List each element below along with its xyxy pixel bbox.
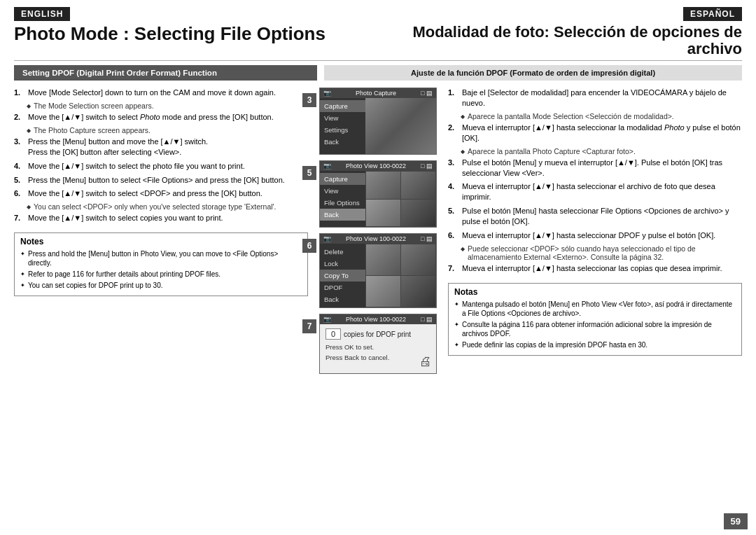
screen-3-menu-capture[interactable]: Capture bbox=[320, 100, 365, 112]
screen-7-input-row: 0 copies for DPOF print bbox=[326, 328, 430, 340]
step-text-1: Move [Mode Selector] down to turn on the… bbox=[28, 88, 308, 98]
step-es-num-2: 2. bbox=[448, 123, 459, 144]
screen-6-menu-copyto[interactable]: Copy To bbox=[320, 270, 365, 282]
step-text-6: Move the [▲/▼] switch to select <DPOF> a… bbox=[28, 188, 308, 199]
step-num-5: 5. bbox=[14, 175, 25, 186]
photo-thumb-8 bbox=[401, 276, 435, 307]
screen-5-menu-fileoptions[interactable]: File Options bbox=[320, 197, 365, 209]
step-text-7: Move the [▲/▼] switch to select copies y… bbox=[28, 213, 308, 223]
step-text-5: Press the [Menu] button to select <File … bbox=[28, 175, 308, 186]
note-es-2: Consulte la página 116 para obtener info… bbox=[454, 320, 736, 338]
step-es-bullet-1: Aparece la pantalla Mode Selection <Sele… bbox=[461, 112, 742, 120]
step-es-bullet-6: Puede seleccionar <DPOF> sólo cuando hay… bbox=[461, 244, 742, 261]
screen-3-menu-view[interactable]: View bbox=[320, 112, 365, 124]
notes-list-es: Mantenga pulsado el botón [Menu] en Phot… bbox=[454, 300, 736, 349]
notes-box-es: Notas Mantenga pulsado el botón [Menu] e… bbox=[448, 283, 742, 356]
step-bullet-6: You can select <DPOF> only when you've s… bbox=[27, 202, 308, 211]
step-es-num-3: 3. bbox=[448, 158, 459, 179]
screen-6-menu-back[interactable]: Back bbox=[320, 293, 365, 305]
screen-6-menu-dpof[interactable]: DPOF bbox=[320, 282, 365, 293]
screen-3-menu: Capture View Settings Back bbox=[320, 98, 365, 154]
screen-7-badge: 7 bbox=[302, 319, 316, 333]
screen-7-value: 0 bbox=[326, 328, 341, 340]
page-number: 59 bbox=[724, 513, 748, 529]
screen-6-grid bbox=[365, 244, 436, 307]
header-row: ENGLISH Photo Mode : Selecting File Opti… bbox=[0, 0, 756, 60]
step-es-text-5: Pulse el botón [Menu] hasta seleccionar … bbox=[462, 206, 742, 227]
screen-7: 📷 Photo View 100-0022 □ ▤ 0 copies for D… bbox=[319, 314, 437, 374]
step-es-2: 2. Mueva el interruptor [▲/▼] hasta sele… bbox=[448, 123, 742, 144]
screen-3: 📷 Photo Capture □ ▤ Capture View Setting… bbox=[319, 88, 437, 155]
screen-7-cam-icon: 📷 bbox=[323, 316, 331, 323]
step-en-3: 3. Press the [Menu] button and move the … bbox=[14, 137, 308, 158]
step-text-3: Press the [Menu] button and move the [▲/… bbox=[28, 137, 308, 158]
screen-6-menu: Delete Lock Copy To DPOF Back bbox=[320, 244, 365, 307]
screen-6-cam-icon: 📷 bbox=[323, 235, 331, 242]
step-es-text-3: Pulse el botón [Menu] y mueva el interru… bbox=[462, 158, 742, 179]
screen-3-menu-settings[interactable]: Settings bbox=[320, 124, 365, 136]
notes-title-en: Notes bbox=[20, 237, 302, 246]
screen-5-grid bbox=[365, 171, 436, 227]
screen-7-ok: Press OK to set. bbox=[326, 342, 430, 352]
step-es-text-4: Mueva el interruptor [▲/▼] hasta selecci… bbox=[462, 181, 742, 202]
notes-title-es-text: Notas bbox=[454, 287, 477, 297]
step-es-num-5: 5. bbox=[448, 206, 459, 227]
screen-5-menu-view[interactable]: View bbox=[320, 185, 365, 197]
step-num-2: 2. bbox=[14, 112, 25, 123]
subheader-en: Setting DPOF (Digital Print Order Format… bbox=[14, 65, 317, 81]
step-es-5: 5. Pulse el botón [Menu] hasta seleccion… bbox=[448, 206, 742, 227]
screen-3-header: 📷 Photo Capture □ ▤ bbox=[320, 88, 436, 98]
step-es-4: 4. Mueva el interruptor [▲/▼] hasta sele… bbox=[448, 181, 742, 202]
note-en-3: You can set copies for DPOF print up to … bbox=[20, 281, 302, 290]
screen-3-body: Capture View Settings Back bbox=[320, 98, 436, 154]
step-en-4: 4. Move the [▲/▼] switch to select the p… bbox=[14, 161, 308, 172]
page-container: ENGLISH Photo Mode : Selecting File Opti… bbox=[0, 0, 756, 535]
screen-5-wrapper: 5 📷 Photo View 100-0022 □ ▤ Capture View… bbox=[319, 160, 437, 229]
screen-6-menu-lock[interactable]: Lock bbox=[320, 258, 365, 270]
screen-3-menu-back[interactable]: Back bbox=[320, 136, 365, 148]
photo-thumb-6 bbox=[401, 244, 435, 275]
screen-6-wrapper: 6 📷 Photo View 100-0022 □ ▤ Delete Lock … bbox=[319, 233, 437, 310]
step-en-2: 2. Move the [▲/▼] switch to select Photo… bbox=[14, 112, 308, 123]
printer-icon: 🖨 bbox=[419, 354, 432, 369]
step-num-6: 6. bbox=[14, 188, 25, 199]
steps-list-es: 1. Baje el [Selector de modalidad] para … bbox=[448, 88, 742, 277]
lang-badge-es: ESPAÑOL bbox=[683, 7, 742, 21]
screen-5: 📷 Photo View 100-0022 □ ▤ Capture View F… bbox=[319, 160, 437, 228]
step-en-5: 5. Press the [Menu] button to select <Fi… bbox=[14, 175, 308, 186]
screen-6-body: Delete Lock Copy To DPOF Back bbox=[320, 244, 436, 307]
photo-thumb-3 bbox=[366, 200, 400, 227]
header-left: ENGLISH Photo Mode : Selecting File Opti… bbox=[14, 7, 378, 44]
step-es-1: 1. Baje el [Selector de modalidad] para … bbox=[448, 88, 742, 109]
screen-5-body: Capture View File Options Back bbox=[320, 171, 436, 227]
step-num-1: 1. bbox=[14, 88, 25, 98]
screen-7-header: 📷 Photo View 100-0022 □ ▤ bbox=[320, 314, 436, 324]
screen-5-badge: 5 bbox=[302, 166, 316, 180]
main-content: 1. Move [Mode Selector] down to turn on … bbox=[0, 83, 756, 524]
screen-3-icons: □ ▤ bbox=[421, 90, 433, 97]
notes-list-en: Press and hold the [Menu] button in Phot… bbox=[20, 249, 302, 290]
step-es-text-6: Mueva el interruptor [▲/▼] hasta selecci… bbox=[462, 230, 742, 241]
step-num-7: 7. bbox=[14, 213, 25, 223]
photo-thumb-2 bbox=[401, 172, 435, 199]
step-text-4: Move the [▲/▼] switch to select the phot… bbox=[28, 161, 308, 172]
step-num-3: 3. bbox=[14, 137, 25, 158]
screen-7-back: Press Back to cancel. bbox=[326, 353, 430, 363]
step-es-7: 7. Mueva el interruptor [▲/▼] hasta sele… bbox=[448, 263, 742, 274]
step-en-1: 1. Move [Mode Selector] down to turn on … bbox=[14, 88, 308, 98]
right-col-es: 1. Baje el [Selector de modalidad] para … bbox=[448, 88, 742, 521]
step-es-num-4: 4. bbox=[448, 181, 459, 202]
screen-3-wrapper: 3 📷 Photo Capture □ ▤ Capture View Setti… bbox=[319, 88, 437, 156]
left-col-en: 1. Move [Mode Selector] down to turn on … bbox=[14, 88, 308, 521]
screen-5-cam-icon: 📷 bbox=[323, 162, 331, 169]
screen-6: 📷 Photo View 100-0022 □ ▤ Delete Lock Co… bbox=[319, 233, 437, 308]
lang-badge-en: ENGLISH bbox=[14, 7, 70, 21]
screen-5-menu-back[interactable]: Back bbox=[320, 209, 365, 221]
screen-3-title: Photo Capture bbox=[356, 90, 396, 97]
step-en-7: 7. Move the [▲/▼] switch to select copie… bbox=[14, 213, 308, 223]
screen-6-menu-delete[interactable]: Delete bbox=[320, 246, 365, 258]
step-es-text-1: Baje el [Selector de modalidad] para enc… bbox=[462, 88, 742, 109]
screen-7-wrapper: 7 📷 Photo View 100-0022 □ ▤ 0 copies for… bbox=[319, 314, 437, 375]
screen-5-menu-capture[interactable]: Capture bbox=[320, 173, 365, 185]
notes-box-en: Notes Press and hold the [Menu] button i… bbox=[14, 232, 308, 296]
